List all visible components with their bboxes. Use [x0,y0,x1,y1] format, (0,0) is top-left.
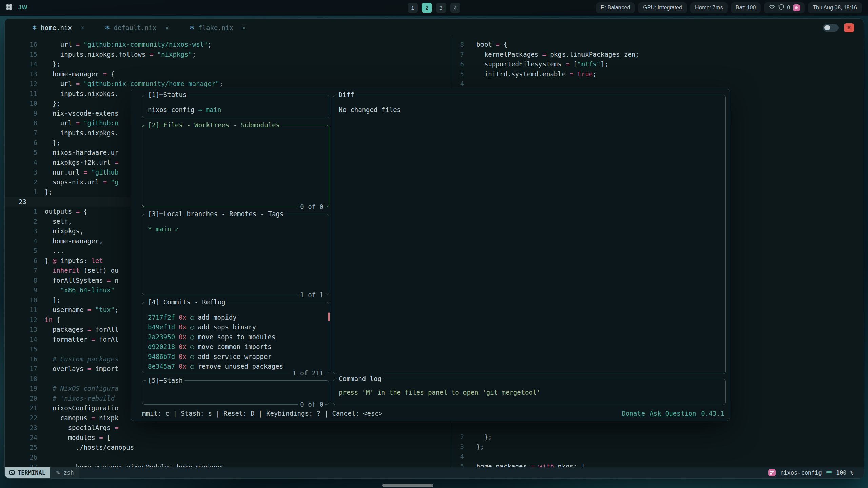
code-text: packages = forAll [37,325,118,334]
tray-icons: 0 [764,2,805,13]
code-text: inputs.nixpkgs. [37,89,118,99]
code-text: sops-nix.url = "g [37,177,118,187]
line-number: 17 [5,364,37,374]
code-text [37,452,45,462]
lazygit-status-panel[interactable]: [1]─Status nixos-config → main [142,95,329,118]
lazygit-files-panel[interactable]: [2]─Files - Worktrees - Submodules 0 of … [142,125,329,207]
commit-row[interactable]: 2717f2f 0x ○ add mopidy [142,312,329,322]
donate-link[interactable]: Donate [622,409,645,419]
commit-hash: 9486b7d [148,352,175,362]
code-line: 23 specialArgs = [5,423,451,433]
buffer-tab[interactable]: ❄ home.nix × [32,24,84,32]
window-toggle[interactable] [823,24,839,32]
line-number: 5 [5,246,37,256]
window-close-button[interactable]: × [844,23,854,32]
line-number: 25 [5,443,37,452]
line-number: 23 [5,423,37,433]
code-line: 4 [451,79,864,89]
code-text: modules = [ [37,433,111,443]
shield-icon[interactable] [778,4,784,12]
repo-label: nixos-config [780,469,822,476]
line-number: 7 [451,49,468,59]
mode-indicator: TERMINAL [5,467,50,478]
palette-icon[interactable] [793,4,800,11]
code-text: username = "tux"; [37,305,118,315]
code-line: 5 initrd.systemd.enable = true; [451,69,864,79]
code-text [468,452,476,462]
line-number: 7 [5,266,37,276]
panel-count: 1 of 1 [298,290,326,300]
code-text: nur.url = "github [37,167,118,177]
line-number: 8 [451,40,468,49]
line-number: 9 [5,108,37,118]
commit-author: 0x [179,322,186,332]
panel-count: 0 of 0 [298,400,326,409]
tab-close-icon[interactable]: × [242,24,246,32]
commit-graph-icon: ○ [190,332,194,342]
bar-left-cluster: JW [6,4,28,12]
shell-segment: ✎ zsh [50,467,79,478]
tab-close-icon[interactable]: × [81,24,84,32]
line-number: 23 [5,197,37,207]
code-text: }; [37,138,60,148]
buffer-tab[interactable]: ❄ flake.nix × [190,24,246,32]
bar-right-cluster: P: Balanced GPU: Integrated Home: 7ms Ba… [596,2,862,13]
ask-question-link[interactable]: Ask Question [650,409,696,419]
lazygit-footer: mmit: c | Stash: s | Reset: D | Keybindi… [142,409,724,419]
lazygit-stash-panel[interactable]: [5]─Stash 0 of 0 [142,380,329,405]
line-number: 3 [5,167,37,177]
current-branch: main [206,105,221,115]
code-line: 2 }; [451,432,864,442]
commit-row[interactable]: b49ef1d 0x ○ add sops binary [142,322,329,332]
wifi-icon[interactable] [769,4,775,11]
line-number: 18 [5,374,37,384]
buffer-tab[interactable]: ❄ default.nix × [105,24,169,32]
code-text: # 'nixos-rebuild [37,393,115,403]
line-number: 14 [5,334,37,344]
user-badge[interactable]: JW [18,4,28,11]
lazygit-diff-panel[interactable]: Diff No changed files [333,95,726,374]
diff-content: No changed files [333,95,725,115]
code-text: inputs.nixpkgs.follows = "nixpkgs"; [37,49,196,59]
lazygit-command-log-panel[interactable]: Command log press 'M' in the files panel… [333,379,726,405]
workspace-button[interactable]: 3 [436,3,446,13]
line-number: 3 [451,442,468,452]
mode-label: TERMINAL [18,469,45,476]
line-number: 1 [5,187,37,197]
code-line: 14 }; [5,59,451,69]
workspace-button[interactable]: 1 [408,3,418,13]
line-number: 6 [451,59,468,69]
line-number: 4 [5,158,37,167]
commit-row[interactable]: 9486b7d 0x ○ add service-wrapper [142,352,329,362]
tab-close-icon[interactable]: × [165,24,169,32]
code-text: supportedFilesystems = ["ntfs"]; [468,59,608,69]
right-pane-top: 8 boot = { 7 kernelPackages = pkgs.linux… [451,40,864,89]
nix-file-icon: ❄ [32,24,37,31]
workspace-button[interactable]: 4 [450,3,460,13]
line-number: 10 [5,99,37,108]
code-text: boot = { [468,40,508,49]
toggle-knob [824,25,830,30]
commit-row[interactable]: 2a23950 0x ○ move sops to modules [142,332,329,342]
code-line: 6 supportedFilesystems = ["ntfs"]; [451,59,864,69]
app-launcher-icon[interactable] [6,4,12,12]
line-number: 16 [5,40,37,49]
panel-title: [4]─Commits - Reflog [146,297,228,307]
footer-links: Donate Ask Question 0.43.1 [622,409,724,419]
code-line: 13 home-manager = { [5,69,451,79]
commit-row[interactable]: d920218 0x ○ move common imports [142,342,329,352]
commit-message: remove unused packages [198,362,283,371]
lazygit-branches-panel[interactable]: [3]─Local branches - Remotes - Tags * ma… [142,214,329,295]
code-text: home-manager = { [37,69,115,79]
line-number: 1 [5,207,37,217]
code-text: canopus = nixpk [37,413,118,423]
line-number: 15 [5,49,37,59]
line-number: 11 [5,89,37,99]
workspace-button[interactable]: 2 [422,3,432,13]
line-number: 9 [5,285,37,295]
shell-icon: ✎ [56,469,60,476]
commit-graph-icon: ○ [190,342,194,352]
commits-scrollbar-thumb[interactable] [328,312,330,321]
line-number: 11 [5,305,37,315]
lazygit-commits-panel[interactable]: [4]─Commits - Reflog 2717f2f 0x ○ add mo… [142,302,329,373]
